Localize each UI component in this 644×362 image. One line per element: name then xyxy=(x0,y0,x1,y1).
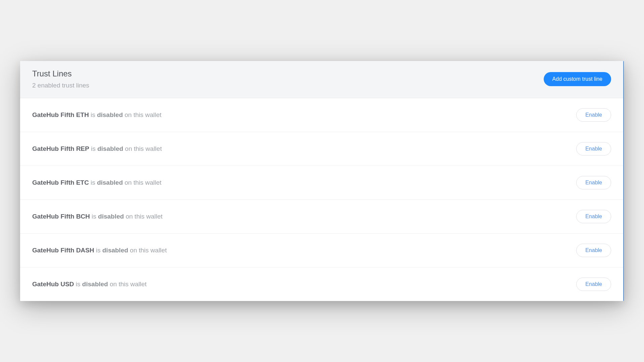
trust-line-name: GateHub Fifth BCH xyxy=(32,213,90,220)
trust-line-state: disabled xyxy=(82,281,108,288)
enable-button[interactable]: Enable xyxy=(576,108,611,122)
trust-line-status-text: GateHub Fifth ETH is disabled on this wa… xyxy=(32,111,161,119)
enable-button[interactable]: Enable xyxy=(576,244,611,257)
is-text: is xyxy=(89,145,97,152)
trust-line-status-text: GateHub USD is disabled on this wallet xyxy=(32,281,147,288)
enable-button[interactable]: Enable xyxy=(576,176,611,189)
add-custom-trust-line-button[interactable]: Add custom trust line xyxy=(544,72,611,86)
header-left: Trust Lines 2 enabled trust lines xyxy=(32,69,89,89)
enable-button[interactable]: Enable xyxy=(576,210,611,223)
trust-line-row: GateHub Fifth ETC is disabled on this wa… xyxy=(20,166,623,200)
page-title: Trust Lines xyxy=(32,69,89,78)
trust-lines-card: Trust Lines 2 enabled trust lines Add cu… xyxy=(20,61,624,301)
trust-line-row: GateHub Fifth ETH is disabled on this wa… xyxy=(20,98,623,132)
trust-line-row: GateHub Fifth REP is disabled on this wa… xyxy=(20,132,623,166)
trust-line-name: GateHub Fifth ETC xyxy=(32,179,89,186)
trust-line-row: GateHub Fifth DASH is disabled on this w… xyxy=(20,234,623,267)
card-header: Trust Lines 2 enabled trust lines Add cu… xyxy=(20,61,623,98)
trust-line-status-text: GateHub Fifth BCH is disabled on this wa… xyxy=(32,213,163,220)
on-wallet-text: on this wallet xyxy=(124,213,162,220)
trust-line-state: disabled xyxy=(97,179,123,186)
on-wallet-text: on this wallet xyxy=(108,281,147,288)
trust-line-row: GateHub Fifth BCH is disabled on this wa… xyxy=(20,200,623,234)
enable-button[interactable]: Enable xyxy=(576,278,611,291)
trust-line-status-text: GateHub Fifth REP is disabled on this wa… xyxy=(32,145,162,153)
trust-line-name: GateHub Fifth DASH xyxy=(32,247,94,254)
is-text: is xyxy=(90,213,98,220)
is-text: is xyxy=(89,179,97,186)
trust-line-state: disabled xyxy=(102,247,128,254)
is-text: is xyxy=(74,281,82,288)
enable-button[interactable]: Enable xyxy=(576,142,611,156)
trust-line-state: disabled xyxy=(97,145,123,152)
trust-line-name: GateHub Fifth ETH xyxy=(32,111,89,118)
trust-line-name: GateHub Fifth REP xyxy=(32,145,89,152)
trust-line-status-text: GateHub Fifth ETC is disabled on this wa… xyxy=(32,179,161,186)
trust-line-state: disabled xyxy=(97,111,123,118)
on-wallet-text: on this wallet xyxy=(123,111,161,118)
is-text: is xyxy=(89,111,97,118)
trust-line-row: GateHub USD is disabled on this wallet E… xyxy=(20,267,623,301)
is-text: is xyxy=(94,247,102,254)
trust-line-status-text: GateHub Fifth DASH is disabled on this w… xyxy=(32,247,167,254)
on-wallet-text: on this wallet xyxy=(123,179,161,186)
trust-line-state: disabled xyxy=(98,213,124,220)
trust-line-name: GateHub USD xyxy=(32,281,74,288)
enabled-count: 2 enabled trust lines xyxy=(32,82,89,89)
on-wallet-text: on this wallet xyxy=(128,247,167,254)
on-wallet-text: on this wallet xyxy=(123,145,162,152)
